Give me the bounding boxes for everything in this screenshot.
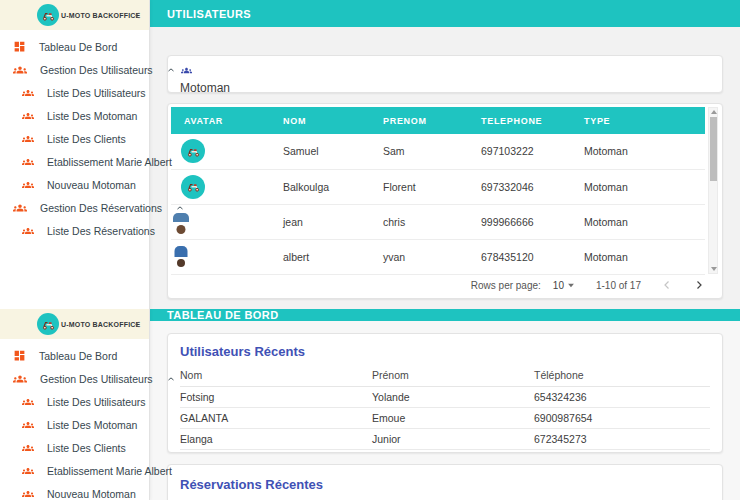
chevron-left-icon <box>133 11 142 20</box>
sidebar-item-label: Etablissement Marie Albert <box>47 156 172 168</box>
cell-telephone: 6900987654 <box>534 408 710 429</box>
table-scrollbar[interactable] <box>708 107 718 274</box>
people-icon <box>22 87 34 99</box>
scooter-icon <box>41 317 56 332</box>
sidebar-item-gestion-utilisateurs[interactable]: Gestion Des Utilisateurs <box>0 58 149 81</box>
sidebar-item-liste-reservations[interactable]: Liste Des Réservations <box>0 219 149 242</box>
sidebar-item-label: Liste Des Motoman <box>47 419 137 431</box>
table-row[interactable]: Samuel Sam 697103222 Motoman <box>171 134 705 169</box>
screen-tableau-de-bord: U-MOTO BACKOFFICE Tableau De Bord Gestio… <box>0 309 740 500</box>
cell-prenom: Yolande <box>372 387 534 408</box>
people-icon <box>13 63 27 77</box>
umoto-logo <box>37 313 59 335</box>
recent-reservations-title: Réservations Récentes <box>180 477 710 492</box>
avatar <box>181 175 205 199</box>
sidebar-item-label: Tableau De Bord <box>39 41 117 53</box>
sidebar-item-liste-utilisateurs[interactable]: Liste Des Utilisateurs <box>0 390 149 413</box>
sidebar-collapse-button[interactable] <box>130 8 144 22</box>
sidebar-item-tableau-de-bord[interactable]: Tableau De Bord <box>0 344 149 367</box>
sidebar-item-liste-clients[interactable]: Liste Des Clients <box>0 127 149 150</box>
sidebar-nav: Tableau De Bord Gestion Des Utilisateurs… <box>0 30 149 242</box>
table-row[interactable]: Balkoulga Florent 697332046 Motoman <box>171 169 705 204</box>
table-row[interactable]: albert yvan 678435120 Motoman <box>171 239 705 274</box>
umoto-logo <box>37 4 59 26</box>
sidebar-item-label: Liste Des Clients <box>47 442 126 454</box>
next-page-button[interactable] <box>693 279 705 291</box>
column-header-avatar: AVATAR <box>171 107 270 134</box>
sidebar: U-MOTO BACKOFFICE Tableau De Bord Gestio… <box>0 0 150 309</box>
sidebar-item-liste-motoman[interactable]: Liste Des Motoman <box>0 413 149 436</box>
cell-prenom: chris <box>370 204 468 239</box>
cell-nom: Samuel <box>270 134 370 169</box>
cell-nom: Fotsing <box>180 387 372 408</box>
sidebar-collapse-button[interactable] <box>130 317 144 331</box>
recent-users-card: Utilisateurs Récents Nom Prénom Téléphon… <box>167 333 723 453</box>
cell-telephone: 678435120 <box>468 239 571 274</box>
card-title: Motoman <box>180 81 710 95</box>
sidebar-item-nouveau-motoman[interactable]: Nouveau Motoman <box>0 482 149 500</box>
pagination: Rows per page: 10 1-10 of 17 <box>171 272 705 298</box>
people-icon <box>22 156 34 168</box>
chevron-left-icon <box>661 279 673 291</box>
sidebar-item-liste-clients[interactable]: Liste Des Clients <box>0 436 149 459</box>
column-header-telephone: Téléphone <box>534 366 710 387</box>
table-row: Elanga Junior 672345273 <box>180 429 710 450</box>
avatar <box>181 139 205 163</box>
cell-telephone: 697103222 <box>468 134 571 169</box>
rows-per-page-value: 10 <box>553 280 564 291</box>
people-icon <box>22 179 34 191</box>
column-header-prenom: PRENOM <box>370 107 468 134</box>
column-header-nom: Nom <box>180 366 372 387</box>
people-icon <box>22 488 34 500</box>
chevron-right-icon <box>693 279 705 291</box>
table-row: Fotsing Yolande 654324236 <box>180 387 710 408</box>
sidebar-item-nouveau-motoman[interactable]: Nouveau Motoman <box>0 173 149 196</box>
sidebar-item-label: Gestion Des Réservations <box>40 202 162 214</box>
sidebar-item-label: Nouveau Motoman <box>47 488 136 500</box>
rows-per-page-select[interactable]: 10 <box>553 278 578 292</box>
scroll-up-icon[interactable] <box>711 110 717 114</box>
recent-reservations-card: Réservations Récentes <box>167 464 723 500</box>
sidebar-item-label: Etablissement Marie Albert <box>47 465 172 477</box>
scroll-down-icon[interactable] <box>711 267 717 271</box>
scooter-icon <box>186 179 201 194</box>
arrow-drop-down-icon <box>564 278 578 292</box>
pagination-range: 1-10 of 17 <box>596 280 641 291</box>
page-title: UTILISATEURS <box>167 8 251 20</box>
sidebar-item-tableau-de-bord[interactable]: Tableau De Bord <box>0 35 149 58</box>
cell-prenom: Emoue <box>372 408 534 429</box>
chevron-left-icon <box>133 320 142 329</box>
sidebar-item-gestion-utilisateurs[interactable]: Gestion Des Utilisateurs <box>0 367 149 390</box>
table-row[interactable]: jean chris 999966666 Motoman <box>171 204 705 239</box>
column-header-telephone: TELEPHONE <box>468 107 571 134</box>
sidebar-item-liste-utilisateurs[interactable]: Liste Des Utilisateurs <box>0 81 149 104</box>
sidebar-item-label: Liste Des Motoman <box>47 110 137 122</box>
sidebar-item-label: Liste Des Clients <box>47 133 126 145</box>
dashboard-icon <box>13 349 26 362</box>
previous-page-button[interactable] <box>661 279 673 291</box>
appbar: TABLEAU DE BORD <box>150 309 740 321</box>
sidebar-item-liste-motoman[interactable]: Liste Des Motoman <box>0 104 149 127</box>
sidebar-item-etablissement-marie-albert[interactable]: Etablissement Marie Albert <box>0 459 149 482</box>
rows-per-page-label: Rows per page: <box>471 280 541 291</box>
table-header-row: Nom Prénom Téléphone <box>180 366 710 387</box>
sidebar-item-gestion-reservations[interactable]: Gestion Des Réservations <box>0 196 149 219</box>
motoman-summary-card: Motoman <box>167 55 723 93</box>
cell-telephone: 672345273 <box>534 429 710 450</box>
scrollbar-thumb[interactable] <box>710 117 717 181</box>
sidebar-item-etablissement-marie-albert[interactable]: Etablissement Marie Albert <box>0 150 149 173</box>
column-header-nom: NOM <box>270 107 370 134</box>
sidebar-item-label: Gestion Des Utilisateurs <box>40 373 153 385</box>
screen-utilisateurs: U-MOTO BACKOFFICE Tableau De Bord Gestio… <box>0 0 740 309</box>
people-icon <box>13 372 27 386</box>
column-header-type: TYPE <box>571 107 705 134</box>
scooter-icon <box>41 8 56 23</box>
cell-nom: jean <box>270 204 370 239</box>
users-table-card: AVATAR NOM PRENOM TELEPHONE TYPE Samuel … <box>167 103 723 299</box>
cell-telephone: 999966666 <box>468 204 571 239</box>
sidebar-nav: Tableau De Bord Gestion Des Utilisateurs… <box>0 339 149 500</box>
people-icon <box>22 396 34 408</box>
cell-prenom: Florent <box>370 169 468 204</box>
cell-nom: GALANTA <box>180 408 372 429</box>
chevron-up-icon <box>166 374 176 384</box>
